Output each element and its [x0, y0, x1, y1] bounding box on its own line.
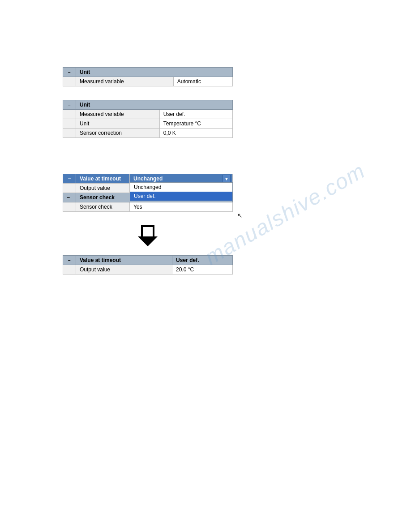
collapse-icon-3[interactable]: −	[63, 174, 76, 184]
arrow-body	[141, 225, 154, 236]
page-container: manualshive.com − Unit Measured variable…	[0, 0, 411, 532]
label-output-value-result: Output value	[76, 265, 172, 275]
section-3: − Value at timeout Unchanged ▼ Output va…	[63, 174, 402, 246]
row-indent	[63, 119, 76, 129]
table2-title: Unit	[76, 100, 233, 110]
table1-title: Unit	[76, 68, 233, 77]
label-measured-variable-2: Measured variable	[76, 110, 160, 119]
table-row: Sensor check Yes	[63, 202, 233, 212]
dropdown-item-unchanged[interactable]: Unchanged	[130, 183, 232, 192]
dropdown-popup[interactable]: Unchanged User def.	[130, 182, 233, 201]
row-indent	[63, 129, 76, 138]
row-indent	[63, 77, 76, 86]
row-indent	[63, 110, 76, 119]
dropdown-item-userdef[interactable]: User def.	[130, 192, 232, 201]
table4-header-value: User def.	[172, 256, 233, 265]
table4-title: Value at timeout	[76, 256, 172, 265]
label-sensor-correction: Sensor correction	[76, 129, 160, 138]
section-1: − Unit Measured variable Automatic	[63, 67, 402, 86]
value-measured-variable-1: Automatic	[173, 77, 232, 86]
cursor-pointer: ↖	[237, 212, 243, 219]
collapse-icon-1[interactable]: −	[63, 68, 76, 77]
section-2: − Unit Measured variable User def. Unit …	[63, 100, 402, 138]
label-unit: Unit	[76, 119, 160, 129]
table2-header-row: − Unit	[63, 100, 233, 110]
table-row: Measured variable Automatic	[63, 77, 233, 86]
down-arrow-indicator	[63, 216, 233, 246]
value-output-value-result: 20,0 °C	[172, 265, 233, 275]
table-header-row: − Unit	[63, 68, 233, 77]
value-sensor-check: Yes	[130, 202, 233, 212]
table4-header-row: − Value at timeout User def.	[63, 256, 233, 265]
table-value-timeout-result: − Value at timeout User def. Output valu…	[63, 255, 233, 275]
table-row: Unit Temperature °C	[63, 119, 233, 129]
arrow-head	[138, 236, 158, 246]
collapse-icon-sensor[interactable]: −	[63, 193, 76, 202]
row-indent	[63, 184, 76, 193]
table3-title: Value at timeout	[76, 174, 130, 184]
table-unit-automatic: − Unit Measured variable Automatic	[63, 67, 233, 86]
table-row: Sensor correction 0,0 K	[63, 129, 233, 138]
label-output-value: Output value	[76, 184, 130, 193]
dropdown-current-value: Unchanged	[133, 176, 163, 182]
section-4: − Value at timeout User def. Output valu…	[63, 255, 402, 275]
collapse-icon-4[interactable]: −	[63, 256, 76, 265]
dropdown-arrow-icon[interactable]: ▼	[223, 175, 231, 183]
value-sensor-correction: 0,0 K	[159, 129, 232, 138]
value-measured-variable-2: User def.	[159, 110, 232, 119]
label-sensor-check: Sensor check	[76, 202, 130, 212]
table-unit-userdef: − Unit Measured variable User def. Unit …	[63, 100, 233, 138]
collapse-icon-2[interactable]: −	[63, 100, 76, 110]
row-indent	[63, 202, 76, 212]
table-row: Output value 20,0 °C	[63, 265, 233, 275]
table-row: Measured variable User def.	[63, 110, 233, 119]
value-unit: Temperature °C	[159, 119, 232, 129]
row-indent	[63, 265, 76, 275]
label-measured-variable-1: Measured variable	[76, 77, 174, 86]
